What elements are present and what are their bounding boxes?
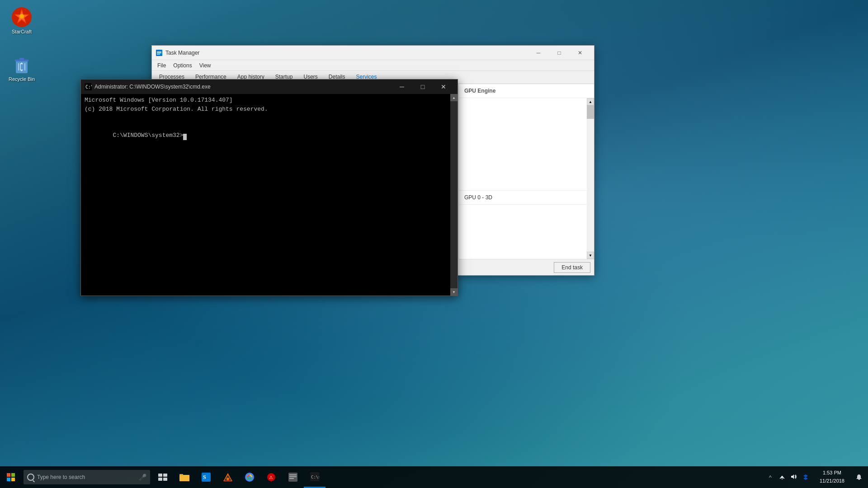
notification-button[interactable] [850, 466, 868, 488]
cmd-window-controls: ─ □ ✕ [392, 80, 454, 94]
svg-point-3 [19, 14, 24, 19]
taskbar-file-explorer[interactable] [174, 466, 195, 488]
sidebar-scrollbar-track [587, 105, 594, 252]
taskbar-search[interactable]: Type here to search 🎤 [24, 470, 150, 484]
svg-rect-14 [11, 473, 15, 477]
window-controls: ─ □ ✕ [528, 46, 590, 60]
cmd-close-button[interactable]: ✕ [433, 80, 454, 94]
clock-date: 11/21/2018 [820, 477, 844, 485]
cmd-cursor [183, 134, 187, 140]
search-placeholder: Type here to search [37, 474, 85, 480]
tray-icons-area [774, 473, 814, 482]
svg-rect-15 [7, 478, 10, 481]
desktop: StarCraft Recycle Bin [0, 0, 868, 488]
starcraft-label: StarCraft [12, 29, 32, 35]
menu-options[interactable]: Options [170, 61, 195, 70]
cmd-scroll-up[interactable]: ▲ [450, 94, 458, 101]
taskbar-chrome[interactable] [239, 466, 260, 488]
cmd-title-text: Administrator: C:\WINDOWS\system32\cmd.e… [94, 84, 392, 90]
svg-rect-37 [289, 476, 297, 477]
taskbar-vlc[interactable] [217, 466, 239, 488]
menu-file[interactable]: File [154, 61, 170, 70]
menu-view[interactable]: View [196, 61, 215, 70]
system-clock[interactable]: 1:53 PM 11/21/2018 [814, 466, 850, 488]
svg-rect-36 [289, 474, 297, 475]
cmd-prompt-line: C:\WINDOWS\system32> [85, 122, 454, 149]
taskbar-app2[interactable] [282, 466, 304, 488]
microphone-icon[interactable]: 🎤 [139, 474, 146, 481]
cmd-prompt: C:\WINDOWS\system32> [113, 132, 183, 139]
task-manager-menubar: File Options View [152, 60, 594, 71]
tm-gpu-graph-area: ▲ ▼ GPU 0 - 3D [459, 98, 594, 259]
system-tray: ^ [767, 466, 868, 488]
svg-text:S: S [203, 474, 206, 480]
task-manager-titlebar[interactable]: Task Manager ─ □ ✕ [152, 46, 594, 60]
tray-dropbox-icon[interactable] [801, 473, 811, 482]
starcraft-icon [11, 6, 33, 28]
tray-network-icon[interactable] [777, 473, 787, 482]
desktop-icon-recycle-bin[interactable]: Recycle Bin [4, 52, 40, 84]
close-button[interactable]: ✕ [570, 46, 590, 60]
svg-marker-42 [791, 474, 794, 479]
minimize-button[interactable]: ─ [528, 46, 549, 60]
cmd-icon: C:\ [85, 83, 92, 90]
svg-text:C:\: C:\ [85, 84, 92, 89]
task-manager-title: Task Manager [165, 50, 528, 56]
sidebar-scroll-up[interactable]: ▲ [587, 98, 594, 105]
cmd-window: C:\ Administrator: C:\WINDOWS\system32\c… [80, 79, 458, 296]
svg-rect-17 [158, 474, 162, 477]
tray-expand-button[interactable]: ^ [767, 473, 774, 482]
svg-text:C:\>: C:\> [311, 475, 319, 479]
desktop-icon-starcraft[interactable]: StarCraft [4, 5, 40, 37]
tm-sidebar: GPU Engine ▲ ▼ GPU 0 - 3D End task [458, 84, 594, 275]
search-icon [27, 474, 34, 481]
cmd-line-3 [85, 113, 454, 122]
svg-point-32 [248, 476, 251, 479]
cmd-line-2: (c) 2018 Microsoft Corporation. All righ… [85, 105, 454, 114]
recycle-bin-icon [11, 54, 33, 75]
sidebar-scroll-down[interactable]: ▼ [587, 252, 594, 259]
end-task-button[interactable]: End task [554, 262, 590, 273]
svg-rect-10 [157, 54, 160, 55]
tm-sidebar-gpu-header: GPU Engine [459, 84, 594, 98]
clock-time: 1:53 PM [823, 469, 841, 477]
svg-rect-5 [15, 60, 28, 61]
cmd-body[interactable]: Microsoft Windows [Version 10.0.17134.40… [81, 94, 458, 296]
svg-rect-18 [163, 474, 167, 477]
tray-volume-icon[interactable] [789, 473, 799, 482]
svg-point-29 [226, 478, 229, 480]
svg-rect-19 [158, 478, 162, 481]
task-view-button[interactable] [152, 466, 174, 488]
task-manager-icon [156, 49, 163, 56]
cmd-maximize-button[interactable]: □ [412, 80, 433, 94]
start-button[interactable] [0, 466, 22, 488]
taskbar-store[interactable]: S [195, 466, 217, 488]
taskbar-apps: S [174, 466, 326, 488]
tm-footer: End task [459, 259, 594, 275]
cmd-line-1: Microsoft Windows [Version 10.0.17134.40… [85, 96, 454, 105]
svg-rect-8 [157, 52, 161, 52]
cmd-scroll-down[interactable]: ▼ [450, 288, 458, 296]
cmd-minimize-button[interactable]: ─ [392, 80, 412, 94]
tm-gpu-label: GPU 0 - 3D [459, 190, 587, 205]
svg-point-41 [782, 479, 783, 479]
recycle-bin-label: Recycle Bin [9, 76, 35, 82]
cmd-titlebar[interactable]: C:\ Administrator: C:\WINDOWS\system32\c… [81, 80, 458, 94]
svg-text:⚠: ⚠ [269, 475, 273, 480]
taskbar: Type here to search 🎤 [0, 466, 868, 488]
cmd-scrollbar[interactable]: ▲ ▼ [450, 94, 458, 296]
svg-rect-13 [7, 473, 10, 477]
svg-rect-6 [19, 58, 24, 60]
taskbar-app1[interactable]: ⚠ [260, 466, 282, 488]
svg-rect-38 [289, 478, 294, 479]
svg-rect-9 [157, 52, 161, 53]
sidebar-scrollbar-thumb[interactable] [587, 105, 594, 119]
svg-rect-24 [179, 475, 189, 481]
svg-rect-16 [11, 478, 15, 481]
taskbar-cmd[interactable]: C:\> [304, 466, 326, 488]
svg-rect-20 [163, 478, 167, 481]
maximize-button[interactable]: □ [549, 46, 570, 60]
cmd-scroll-track [450, 101, 458, 288]
